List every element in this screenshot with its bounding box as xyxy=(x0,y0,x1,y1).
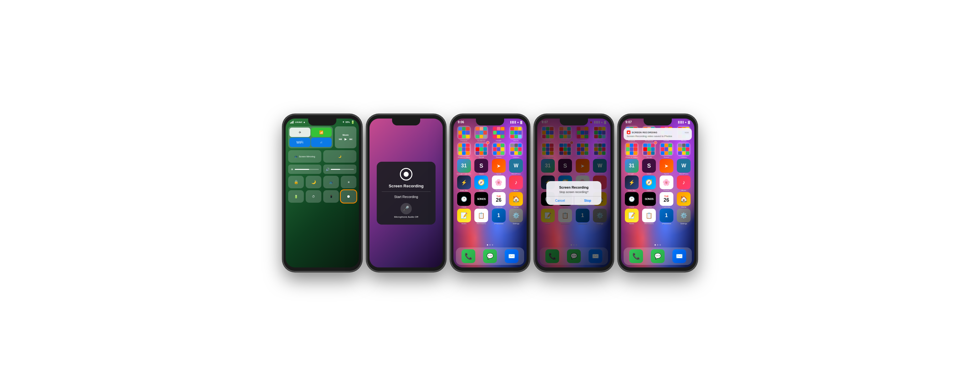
app-darksky-3[interactable]: ⚡ Dark Sky xyxy=(456,175,472,191)
app-clock-3[interactable]: 🕐 Clock xyxy=(456,192,472,208)
battery-tile[interactable]: 🔋 xyxy=(288,190,304,203)
cc-row4: 🔋 ⏱ 📱 ⏺ xyxy=(288,190,356,203)
notification-time: now xyxy=(685,131,689,133)
app-photos-3[interactable]: 🌸 Photos xyxy=(491,175,507,191)
record-circle-icon xyxy=(400,168,412,181)
page-dot-1 xyxy=(487,244,488,246)
screen-mirroring-tile[interactable]: 📺 Screen Mirroring xyxy=(288,150,321,163)
notification-app-row: ⏺ SCREEN RECORDING xyxy=(627,130,657,134)
music-control-tile[interactable]: Music ⏮ ▶ ⏭ xyxy=(335,126,356,148)
prev-track-icon[interactable]: ⏮ xyxy=(339,137,342,141)
app-home-3[interactable]: 🏠 Home xyxy=(508,192,524,208)
app-gcal-3[interactable]: 31 Google Calendar xyxy=(456,159,472,175)
brightness-slider[interactable]: ☀ xyxy=(288,165,321,174)
airplane-mode-tile[interactable]: ✈ xyxy=(290,128,310,137)
moon-icon: 🌙 xyxy=(338,155,341,158)
dock-messages-3[interactable]: 💬 xyxy=(483,249,497,263)
bluetooth-tile[interactable]: ⑁ xyxy=(311,138,332,147)
volume-slider[interactable]: 🔊 xyxy=(323,165,356,174)
folder-health-icon-3 xyxy=(492,126,506,140)
signal-bars xyxy=(290,121,293,124)
battery-percentage: 95% xyxy=(345,121,350,123)
app-music-3[interactable]: ♪ Music xyxy=(508,175,524,191)
app-sonos-3[interactable]: SONOS Sonos xyxy=(473,192,490,208)
app-notes-3[interactable]: 📝 Notes xyxy=(456,209,472,225)
wifi-tile[interactable]: WiFi xyxy=(290,138,310,147)
night-mode-tile[interactable]: 🌙 xyxy=(306,176,321,188)
app-settings-3[interactable]: ⚙️ Settings xyxy=(508,209,524,225)
phone-2: Screen Recording Start Recording 🎤 Micro… xyxy=(367,115,445,271)
notes-icon-3: 📝 xyxy=(457,209,471,222)
cc-row2: 📺 Screen Mirroring 🌙 xyxy=(288,150,356,163)
phone-5-screen: 9:07 ▐▐▐▐ ▲ ▓ Finance Guidance Health Me… xyxy=(621,119,694,267)
brightness-tile[interactable]: ☀ xyxy=(341,176,356,188)
app-calendar-3[interactable]: TUE 26 Calendar xyxy=(491,192,507,208)
screen-mirroring-small-tile[interactable]: 📺 xyxy=(323,176,339,188)
dialog-message: Stop screen recording? xyxy=(550,191,598,194)
reminders-icon-3: 📋 xyxy=(474,209,488,222)
control-center-bg: cricket ▲ ✦ 95% 🔋 ✈ xyxy=(286,119,359,267)
microphone-icon[interactable]: 🎤 xyxy=(401,203,412,214)
appletv-tile[interactable]: 📱 xyxy=(323,190,339,203)
app-grid-5: Finance Guidance Health Media Photo & Vi… xyxy=(621,124,694,244)
screen-mirroring-label: Screen Mirroring xyxy=(299,156,315,158)
safari-icon-3: 🧭 xyxy=(474,175,488,189)
lock-rotation-tile[interactable]: 🔒 xyxy=(288,176,304,188)
folder-guidance-icon-3 xyxy=(474,126,488,140)
folder-media-3[interactable]: Media xyxy=(508,126,524,142)
wifi-icon: ▲ xyxy=(303,121,306,124)
page-dot-2 xyxy=(489,244,491,246)
wordpress-label-3: WordPress xyxy=(511,173,521,175)
app-safari-3[interactable]: 🧭 Safari xyxy=(473,175,490,191)
app-1password-3[interactable]: 1 1Password xyxy=(491,209,507,225)
dialog-cancel-button[interactable]: Cancel xyxy=(546,197,574,205)
cellular-tile[interactable]: 📶 xyxy=(311,128,332,137)
play-icon[interactable]: ▶ xyxy=(345,137,347,141)
sonos-icon-3: SONOS xyxy=(474,192,488,206)
phone-4-screen: 9:07 ▐▐▐▐ ▲ ▓ Finance Guidance 9:07Healt xyxy=(537,119,611,267)
folder-stores-icon-3 xyxy=(492,142,506,156)
app-wordpress-3[interactable]: W WordPress xyxy=(508,159,524,175)
dialog-stop-button[interactable]: Stop xyxy=(574,197,601,205)
clock-label-3: Clock xyxy=(461,206,466,208)
notification-banner-5[interactable]: ⏺ SCREEN RECORDING now Screen Recording … xyxy=(624,128,692,140)
next-track-icon[interactable]: ⏭ xyxy=(350,137,353,141)
signal-icon-3: ▐▐▐▐ xyxy=(510,121,516,123)
music-title: Music xyxy=(343,134,349,136)
photos-icon-3: 🌸 xyxy=(492,175,506,189)
gcal-label-3: Google Calendar xyxy=(457,173,471,175)
popup-divider xyxy=(382,191,430,192)
folder-utilities-label-3: Utilities xyxy=(513,156,519,158)
folder-utilities-3[interactable]: Utilities xyxy=(508,142,524,158)
notification-app-name: SCREEN RECORDING xyxy=(632,131,657,133)
timer-tile[interactable]: ⏱ xyxy=(306,190,321,203)
screen-record-tile[interactable]: ⏺ xyxy=(341,190,356,203)
folder-health-3[interactable]: Health xyxy=(491,126,507,142)
folder-guidance-3[interactable]: Guidance xyxy=(473,126,490,142)
messages-app-icon-3: 💬 xyxy=(483,249,497,263)
dock-phone-3[interactable]: 📞 xyxy=(461,249,475,263)
app-slack-3[interactable]: S Slack xyxy=(473,159,490,175)
folder-photo-3[interactable]: Photo & Video xyxy=(456,142,472,158)
status-icons-3: ▐▐▐▐ ▲ ▓ xyxy=(510,121,522,124)
app-spark-3[interactable]: ➤ Spark xyxy=(491,159,507,175)
mail-app-icon-3: ✉️ xyxy=(505,249,519,263)
carrier-name: cricket xyxy=(295,121,302,123)
folder-finance-icon-3 xyxy=(457,126,471,140)
battery-icon-5: ▓ xyxy=(688,121,690,124)
folder-social-3[interactable]: 2 Social xyxy=(473,142,490,158)
dock-mail-3[interactable]: ✉️ xyxy=(505,249,519,263)
start-recording-button[interactable]: Start Recording xyxy=(394,195,418,199)
folder-media-label-3: Media xyxy=(514,140,519,142)
do-not-disturb-tile[interactable]: 🌙 xyxy=(323,150,356,163)
settings-label-3: Settings xyxy=(512,223,519,225)
app-reminders-3[interactable]: 📋 Reminders xyxy=(473,209,490,225)
volume-icon: 🔊 xyxy=(326,168,329,171)
reminders-label-3: Reminders xyxy=(477,223,486,225)
safari-label-3: Safari xyxy=(479,189,484,191)
folder-stores-label-3: Stores xyxy=(496,156,501,158)
folder-finance-3[interactable]: Finance xyxy=(456,126,472,142)
mic-section: 🎤 Microphone Audio Off xyxy=(394,203,418,218)
bluetooth-icon-cc: ⑁ xyxy=(320,140,322,144)
folder-stores-3[interactable]: Stores xyxy=(491,142,507,158)
